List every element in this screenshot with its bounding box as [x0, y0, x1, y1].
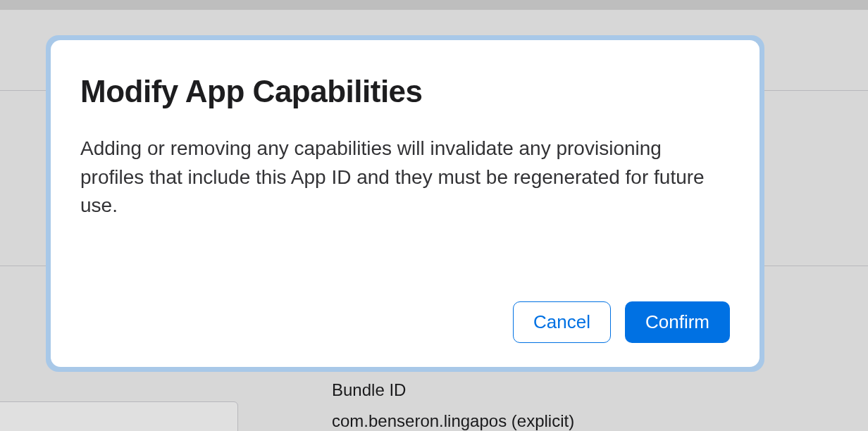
modal-title: Modify App Capabilities — [80, 74, 730, 109]
modal-footer: Cancel Confirm — [80, 301, 730, 343]
cancel-button[interactable]: Cancel — [513, 301, 611, 343]
confirm-button[interactable]: Confirm — [625, 301, 730, 343]
modify-capabilities-modal: Modify App Capabilities Adding or removi… — [51, 40, 760, 367]
modal-body-text: Adding or removing any capabilities will… — [80, 135, 730, 301]
